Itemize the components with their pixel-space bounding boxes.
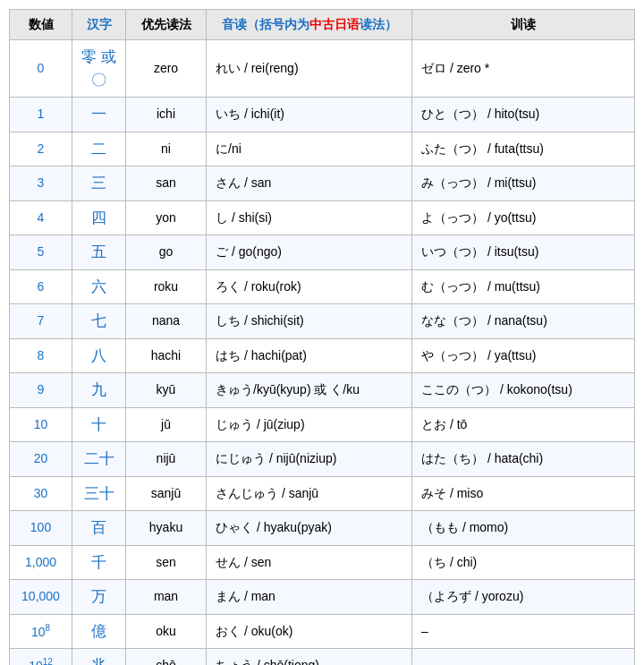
header-kanji: 汉字 <box>72 10 126 40</box>
cell-kanji: 二十 <box>72 442 126 477</box>
table-row: 8八hachiはち / hachi(pat)や（っつ） / ya(ttsu) <box>10 338 635 373</box>
table-row: 5五goご / go(ngo)いつ（つ） / itsu(tsu) <box>10 235 635 270</box>
num-base: 10 <box>29 659 43 665</box>
cell-priority: sen <box>126 545 207 580</box>
table-row: 2二niに/niふた（つ） / futa(ttsu) <box>10 132 635 166</box>
cell-priority: yon <box>126 200 207 235</box>
table-row: 100百hyakuひゃく / hyaku(pyak)（もも / momo) <box>10 511 635 546</box>
cell-priority: sanjū <box>126 476 207 511</box>
cell-on: せん / sen <box>207 545 412 580</box>
cell-kun: み（っつ） / mi(ttsu) <box>412 166 635 201</box>
cell-on: しち / shichi(sit) <box>207 304 412 339</box>
cell-kun: ふた（つ） / futa(ttsu) <box>412 132 635 166</box>
cell-kun: なな（つ） / nana(tsu) <box>412 304 635 339</box>
cell-num: 2 <box>10 132 72 166</box>
cell-kun: ゼロ / zero * <box>412 40 635 98</box>
cell-num: 7 <box>10 304 72 339</box>
num-exp: 12 <box>43 657 53 665</box>
table-row: 30三十sanjūさんじゅう / sanjūみそ / miso <box>10 476 635 511</box>
cell-num: 10 <box>10 407 72 442</box>
table-row: 10,000万manまん / man（よろず / yorozu) <box>10 580 635 615</box>
cell-on: し / shi(si) <box>207 200 412 235</box>
japanese-numbers-table: 数値 汉字 优先读法 音读（括号内为中古日语读法） 训读 0零 或 〇zeroれ… <box>9 9 635 665</box>
cell-num: 3 <box>10 166 72 201</box>
cell-kanji: 兆 <box>72 649 126 666</box>
cell-num: 1 <box>10 98 72 132</box>
cell-on: きゅう/kyū(kyup) 或 く/ku <box>207 373 412 408</box>
cell-kanji: 四 <box>72 200 126 235</box>
cell-num: 0 <box>10 40 72 98</box>
table-row: 3三sanさん / sanみ（っつ） / mi(ttsu) <box>10 166 635 201</box>
table-row: 9九kyūきゅう/kyū(kyup) 或 く/kuここの（つ） / kokono… <box>10 373 635 408</box>
cell-num: 108 <box>10 614 72 649</box>
table-row: 10十jūじゅう / jū(ziup)とお / tō <box>10 407 635 442</box>
table-row: 1012兆chōちょう / chō(tiong)– <box>10 649 635 666</box>
cell-on: さん / san <box>207 166 412 201</box>
cell-kanji: 億 <box>72 614 126 649</box>
header-priority: 优先读法 <box>126 10 207 40</box>
cell-on: おく / oku(ok) <box>207 614 412 649</box>
cell-priority: hachi <box>126 338 207 373</box>
cell-kun: よ（っつ） / yo(ttsu) <box>412 200 635 235</box>
cell-on: に/ni <box>207 132 412 166</box>
cell-kanji: 一 <box>72 98 126 132</box>
header-num: 数値 <box>10 10 72 40</box>
cell-priority: ichi <box>126 98 207 132</box>
cell-num: 30 <box>10 476 72 511</box>
cell-kanji: 五 <box>72 235 126 270</box>
cell-kanji: 零 或 〇 <box>72 40 126 98</box>
cell-num: 100 <box>10 511 72 546</box>
cell-kun: （ち / chi) <box>412 545 635 580</box>
cell-num: 5 <box>10 235 72 270</box>
cell-num: 1012 <box>10 649 72 666</box>
cell-priority: san <box>126 166 207 201</box>
cell-priority: roku <box>126 269 207 304</box>
cell-on: じゅう / jū(ziup) <box>207 407 412 442</box>
cell-priority: oku <box>126 614 207 649</box>
cell-priority: chō <box>126 649 207 666</box>
cell-priority: nana <box>126 304 207 339</box>
table-row: 7七nanaしち / shichi(sit)なな（つ） / nana(tsu) <box>10 304 635 339</box>
num-base: 10 <box>31 625 46 639</box>
cell-num: 8 <box>10 338 72 373</box>
cell-priority: kyū <box>126 373 207 408</box>
cell-kun: ひと（つ） / hito(tsu) <box>412 98 635 132</box>
cell-on: ちょう / chō(tiong) <box>207 649 412 666</box>
header-on: 音读（括号内为中古日语读法） <box>207 10 412 40</box>
cell-priority: hyaku <box>126 511 207 546</box>
cell-priority: ni <box>126 132 207 166</box>
cell-on: さんじゅう / sanjū <box>207 476 412 511</box>
cell-kanji: 十 <box>72 407 126 442</box>
cell-on: にじゅう / nijū(niziup) <box>207 442 412 477</box>
table-row: 4四yonし / shi(si)よ（っつ） / yo(ttsu) <box>10 200 635 235</box>
cell-kanji: 二 <box>72 132 126 166</box>
cell-kanji: 九 <box>72 373 126 408</box>
cell-kun: （もも / momo) <box>412 511 635 546</box>
cell-kun: む（っつ） / mu(ttsu) <box>412 269 635 304</box>
cell-on: ご / go(ngo) <box>207 235 412 270</box>
cell-kanji: 八 <box>72 338 126 373</box>
cell-kun: はた（ち） / hata(chi) <box>412 442 635 477</box>
cell-num: 1,000 <box>10 545 72 580</box>
cell-on: ひゃく / hyaku(pyak) <box>207 511 412 546</box>
table-row: 6六rokuろく / roku(rok)む（っつ） / mu(ttsu) <box>10 269 635 304</box>
cell-kanji: 六 <box>72 269 126 304</box>
cell-on: ろく / roku(rok) <box>207 269 412 304</box>
cell-num: 4 <box>10 200 72 235</box>
cell-kun: や（っつ） / ya(ttsu) <box>412 338 635 373</box>
cell-num: 10,000 <box>10 580 72 615</box>
cell-priority: jū <box>126 407 207 442</box>
cell-kanji: 三十 <box>72 476 126 511</box>
cell-on: まん / man <box>207 580 412 615</box>
cell-on: いち / ichi(it) <box>207 98 412 132</box>
cell-priority: go <box>126 235 207 270</box>
num-exp: 8 <box>46 623 51 633</box>
cell-num: 20 <box>10 442 72 477</box>
table-row: 1,000千senせん / sen（ち / chi) <box>10 545 635 580</box>
table-row: 1一ichiいち / ichi(it)ひと（つ） / hito(tsu) <box>10 98 635 132</box>
cell-kun: いつ（つ） / itsu(tsu) <box>412 235 635 270</box>
cell-kun: （よろず / yorozu) <box>412 580 635 615</box>
cell-kun: – <box>412 649 635 666</box>
cell-kun: みそ / miso <box>412 476 635 511</box>
cell-priority: man <box>126 580 207 615</box>
